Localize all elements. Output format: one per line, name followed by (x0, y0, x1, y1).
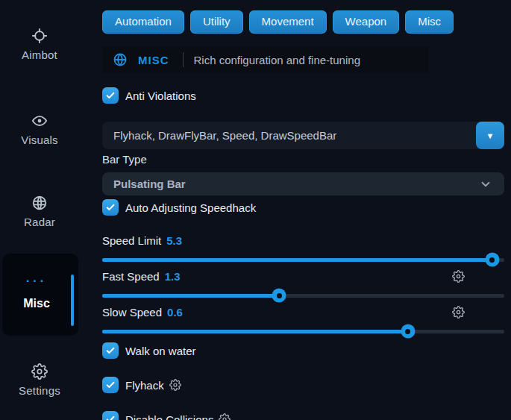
walk-on-water-checkbox[interactable] (102, 342, 119, 359)
tab-automation[interactable]: Automation (102, 10, 184, 34)
sidebar-item-misc[interactable]: ··· Misc (2, 254, 78, 336)
slider-thumb[interactable] (272, 289, 286, 303)
tab-weapon[interactable]: Weapon (333, 10, 400, 34)
multiselect-value: Flyhack, DrawFlyBar, Speed, DrawSpeedBar (113, 129, 476, 142)
checkbox-label: Anti Violations (125, 90, 196, 102)
sidebar-item-label: Visuals (21, 134, 57, 146)
slow-speed-gear-icon[interactable] (452, 306, 465, 319)
fast-speed-slider[interactable] (102, 289, 504, 302)
mod-menu-window: Aimbot Visuals Radar ··· Misc (0, 0, 511, 420)
fast-speed-label-row: Fast Speed 1.3 (102, 269, 181, 283)
flyhack-checkbox[interactable] (102, 377, 119, 393)
category-tabs: Automation Utility Movement Weapon Misc (102, 10, 454, 34)
divider (183, 52, 184, 67)
globe-icon (113, 52, 128, 67)
checkmark-icon (105, 345, 116, 356)
slow-speed-slider[interactable] (102, 325, 504, 338)
slider-fill (102, 294, 279, 298)
flyhack-gear-icon[interactable] (169, 379, 181, 391)
section-header: MISC Rich configuration and fine-tuning (102, 46, 429, 73)
slider-value: 0.6 (167, 306, 183, 319)
tab-utility[interactable]: Utility (190, 10, 243, 34)
sidebar-item-visuals[interactable]: Visuals (0, 113, 79, 147)
anti-violations-checkbox[interactable] (102, 87, 119, 104)
tab-misc[interactable]: Misc (405, 10, 454, 34)
bar-type-select[interactable]: Pulsating Bar (102, 172, 504, 195)
eye-icon (31, 113, 48, 129)
slider-label: Speed Limit (102, 234, 161, 247)
checkmark-icon (105, 414, 116, 420)
slow-speed-label-row: Slow Speed 0.6 (102, 305, 183, 319)
checkmark-icon (105, 90, 116, 101)
slider-value: 1.3 (165, 270, 181, 283)
sidebar-item-label: Radar (24, 216, 55, 228)
fast-speed-gear-icon[interactable] (452, 270, 465, 283)
checkbox-row-anti-violations: Anti Violations (102, 87, 196, 104)
checkbox-label: Flyhack (125, 379, 164, 392)
gear-icon (31, 363, 48, 380)
globe-icon (31, 195, 48, 211)
sidebar-item-aimbot[interactable]: Aimbot (0, 28, 79, 62)
chevron-down-icon (479, 178, 492, 191)
checkbox-row-disable-collisions: Disable Collisions (102, 410, 231, 420)
checkbox-label: Disable Collisions (125, 413, 213, 420)
active-indicator (71, 275, 74, 326)
speed-limit-label-row: Speed Limit 5.3 (102, 233, 182, 247)
bar-multiselect[interactable]: Flyhack, DrawFlyBar, Speed, DrawSpeedBar… (102, 122, 504, 149)
slider-label: Slow Speed (102, 306, 162, 319)
auto-adjusting-checkbox[interactable] (102, 199, 119, 216)
checkbox-row-walk-on-water: Walk on water (102, 342, 195, 360)
sidebar-item-settings[interactable]: Settings (0, 363, 79, 398)
slider-fill (102, 330, 408, 333)
ellipsis-icon: ··· (2, 275, 71, 288)
triangle-down-icon: ▼ (486, 131, 495, 140)
slider-thumb[interactable] (485, 253, 499, 267)
checkmark-icon (105, 380, 116, 390)
slider-fill (102, 258, 492, 262)
section-title: MISC (138, 54, 169, 66)
select-value: Pulsating Bar (113, 178, 479, 190)
bar-type-label: Bar Type (102, 153, 147, 166)
slider-thumb[interactable] (401, 325, 415, 339)
sidebar-item-label: Misc (2, 297, 71, 310)
checkbox-row-auto-adjusting: Auto Adjusting Speedhack (102, 198, 256, 216)
checkbox-row-flyhack: Flyhack (102, 376, 181, 394)
checkbox-label: Auto Adjusting Speedhack (125, 201, 256, 214)
checkbox-label: Walk on water (125, 345, 195, 357)
sidebar: Aimbot Visuals Radar ··· Misc (0, 0, 90, 420)
tab-movement[interactable]: Movement (249, 10, 327, 34)
speed-limit-slider[interactable] (102, 253, 504, 266)
checkmark-icon (105, 202, 116, 213)
section-subtitle: Rich configuration and fine-tuning (194, 54, 360, 66)
crosshair-icon (31, 28, 48, 44)
sidebar-item-radar[interactable]: Radar (0, 195, 79, 229)
sidebar-item-label: Aimbot (22, 48, 57, 61)
sidebar-item-label: Settings (19, 384, 60, 397)
disable-collisions-gear-icon[interactable] (219, 413, 231, 420)
slider-label: Fast Speed (102, 270, 160, 283)
main-panel: Automation Utility Movement Weapon Misc … (102, 0, 504, 420)
multiselect-dropdown-button[interactable]: ▼ (476, 122, 504, 149)
disable-collisions-checkbox[interactable] (102, 411, 119, 420)
slider-value: 5.3 (166, 234, 182, 247)
